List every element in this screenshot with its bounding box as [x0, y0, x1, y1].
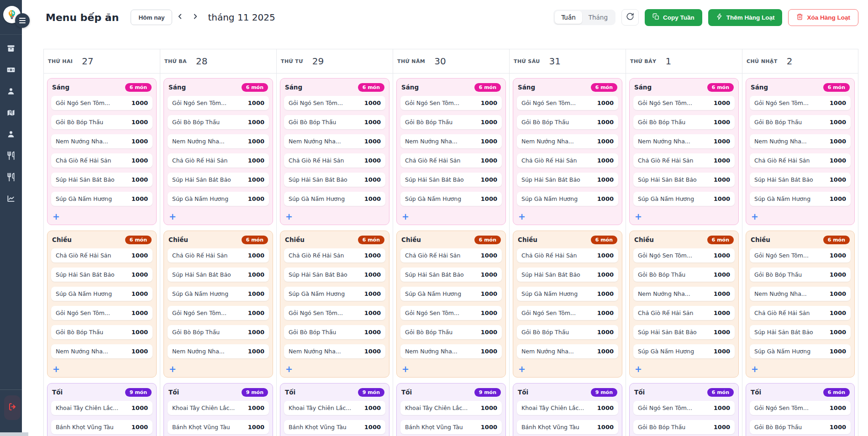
menu-item[interactable]: Nem Nướng Nha...1000: [750, 134, 851, 148]
menu-item[interactable]: Súp Hải Sản Bát Bảo1000: [633, 173, 735, 187]
menu-item[interactable]: Khoai Tây Chiên Lắc...1000: [517, 401, 618, 415]
menu-item[interactable]: Chả Giò Rế Hải Sản1000: [400, 153, 502, 168]
bulk-delete-button[interactable]: Xóa Hàng Loạt: [788, 9, 858, 26]
menu-item[interactable]: Súp Gà Nấm Hương1000: [750, 192, 851, 206]
menu-item[interactable]: Súp Hải Sản Bát Bảo1000: [633, 325, 735, 339]
menu-item[interactable]: Gỏi Ngó Sen Tôm...1000: [750, 401, 851, 415]
menu-item[interactable]: Gỏi Bò Bóp Thấu1000: [633, 420, 735, 434]
menu-item[interactable]: Bánh Khọt Vũng Tàu1000: [168, 420, 269, 434]
menu-item[interactable]: Khoai Tây Chiên Lắc...1000: [400, 401, 502, 415]
add-dish-button[interactable]: +: [633, 363, 735, 374]
horizontal-scrollbar-thumb[interactable]: [0, 432, 28, 436]
menu-item[interactable]: Nem Nướng Nha...1000: [517, 344, 618, 358]
menu-item[interactable]: Nem Nướng Nha...1000: [633, 134, 735, 148]
menu-item[interactable]: Gỏi Ngó Sen Tôm...1000: [517, 96, 618, 110]
menu-item[interactable]: Súp Gà Nấm Hương1000: [400, 192, 502, 206]
menu-item[interactable]: Súp Gà Nấm Hương1000: [633, 344, 735, 358]
menu-item[interactable]: Gỏi Ngó Sen Tôm...1000: [633, 248, 735, 263]
menu-item[interactable]: Nem Nướng Nha...1000: [284, 344, 385, 358]
menu-item[interactable]: Nem Nướng Nha...1000: [633, 287, 735, 301]
add-dish-button[interactable]: +: [284, 363, 385, 374]
view-week-button[interactable]: Tuần: [555, 11, 582, 24]
view-month-button[interactable]: Tháng: [582, 11, 614, 24]
menu-item[interactable]: Gỏi Ngó Sen Tôm...1000: [51, 96, 153, 110]
menu-item[interactable]: Súp Hải Sản Bát Bảo1000: [400, 268, 502, 282]
menu-item[interactable]: Gỏi Bò Bóp Thấu1000: [750, 268, 851, 282]
add-dish-button[interactable]: +: [633, 211, 735, 222]
menu-item[interactable]: Gỏi Bò Bóp Thấu1000: [750, 115, 851, 129]
menu-item[interactable]: Gỏi Bò Bóp Thấu1000: [517, 325, 618, 339]
menu-item[interactable]: Súp Gà Nấm Hương1000: [51, 287, 153, 301]
menu-item[interactable]: Chả Giò Rế Hải Sản1000: [633, 306, 735, 320]
add-dish-button[interactable]: +: [168, 363, 269, 374]
menu-item[interactable]: Gỏi Bò Bóp Thấu1000: [168, 115, 269, 129]
menu-item[interactable]: Nem Nướng Nha...1000: [400, 344, 502, 358]
menu-item[interactable]: Gỏi Ngó Sen Tôm...1000: [284, 306, 385, 320]
menu-item[interactable]: Gỏi Ngó Sen Tôm...1000: [750, 96, 851, 110]
menu-item[interactable]: Chả Giò Rế Hải Sản1000: [168, 153, 269, 168]
menu-item[interactable]: Chả Giò Rế Hải Sản1000: [168, 248, 269, 263]
sidebar-item-chart[interactable]: [5, 194, 16, 205]
sidebar-item-utensils-2[interactable]: [5, 173, 16, 184]
menu-item[interactable]: Súp Gà Nấm Hương1000: [633, 192, 735, 206]
menu-item[interactable]: Gỏi Bò Bóp Thấu1000: [51, 115, 153, 129]
menu-item[interactable]: Gỏi Ngó Sen Tôm...1000: [400, 306, 502, 320]
menu-item[interactable]: Nem Nướng Nha...1000: [168, 344, 269, 358]
menu-item[interactable]: Súp Gà Nấm Hương1000: [517, 287, 618, 301]
menu-item[interactable]: Súp Hải Sản Bát Bảo1000: [168, 173, 269, 187]
menu-item[interactable]: Súp Hải Sản Bát Bảo1000: [750, 173, 851, 187]
menu-item[interactable]: Súp Hải Sản Bát Bảo1000: [400, 173, 502, 187]
menu-item[interactable]: Bánh Khọt Vũng Tàu1000: [51, 420, 153, 434]
menu-item[interactable]: Bánh Khọt Vũng Tàu1000: [400, 420, 502, 434]
add-dish-button[interactable]: +: [168, 211, 269, 222]
menu-item[interactable]: Súp Gà Nấm Hương1000: [168, 192, 269, 206]
menu-item[interactable]: Súp Gà Nấm Hương1000: [750, 344, 851, 358]
add-dish-button[interactable]: +: [284, 211, 385, 222]
menu-item[interactable]: Khoai Tây Chiên Lắc...1000: [51, 401, 153, 415]
menu-item[interactable]: Gỏi Ngó Sen Tôm...1000: [51, 306, 153, 320]
menu-item[interactable]: Gỏi Bò Bóp Thấu1000: [633, 268, 735, 282]
menu-item[interactable]: Gỏi Ngó Sen Tôm...1000: [750, 248, 851, 263]
logout-button[interactable]: [4, 395, 21, 420]
menu-item[interactable]: Súp Gà Nấm Hương1000: [517, 192, 618, 206]
menu-item[interactable]: Nem Nướng Nha...1000: [400, 134, 502, 148]
menu-item[interactable]: Súp Gà Nấm Hương1000: [168, 287, 269, 301]
add-dish-button[interactable]: +: [517, 363, 618, 374]
menu-item[interactable]: Gỏi Ngó Sen Tôm...1000: [168, 96, 269, 110]
menu-item[interactable]: Súp Gà Nấm Hương1000: [284, 287, 385, 301]
menu-item[interactable]: Bánh Khọt Vũng Tàu1000: [284, 420, 385, 434]
add-dish-button[interactable]: +: [51, 211, 153, 222]
sidebar-item-user-2[interactable]: [5, 130, 16, 141]
menu-item[interactable]: Khoai Tây Chiên Lắc...1000: [284, 401, 385, 415]
prev-week-button[interactable]: [172, 10, 188, 25]
sidebar-item-banknote[interactable]: [5, 65, 16, 76]
menu-item[interactable]: Chả Giò Rế Hải Sản1000: [284, 153, 385, 168]
menu-item[interactable]: Gỏi Bò Bóp Thấu1000: [51, 325, 153, 339]
menu-item[interactable]: Gỏi Bò Bóp Thấu1000: [400, 115, 502, 129]
menu-item[interactable]: Nem Nướng Nha...1000: [284, 134, 385, 148]
copy-week-button[interactable]: Copy Tuần: [645, 9, 702, 26]
menu-item[interactable]: Gỏi Ngó Sen Tôm...1000: [517, 306, 618, 320]
menu-item[interactable]: Chả Giò Rế Hải Sản1000: [517, 248, 618, 263]
add-dish-button[interactable]: +: [517, 211, 618, 222]
menu-item[interactable]: Súp Hải Sản Bát Bảo1000: [284, 268, 385, 282]
menu-item[interactable]: Chả Giò Rế Hải Sản1000: [517, 153, 618, 168]
menu-item[interactable]: Chả Giò Rế Hải Sản1000: [51, 153, 153, 168]
menu-item[interactable]: Nem Nướng Nha...1000: [168, 134, 269, 148]
sidebar-item-user[interactable]: [5, 87, 16, 98]
add-dish-button[interactable]: +: [400, 363, 502, 374]
bulk-add-button[interactable]: Thêm Hàng Loạt: [708, 9, 783, 26]
menu-item[interactable]: Súp Gà Nấm Hương1000: [51, 192, 153, 206]
menu-item[interactable]: Gỏi Bò Bóp Thấu1000: [284, 325, 385, 339]
menu-item[interactable]: Gỏi Bò Bóp Thấu1000: [284, 115, 385, 129]
menu-item[interactable]: Gỏi Bò Bóp Thấu1000: [633, 115, 735, 129]
sidebar-item-utensils[interactable]: [5, 151, 16, 162]
menu-item[interactable]: Súp Hải Sản Bát Bảo1000: [750, 325, 851, 339]
menu-item[interactable]: Chả Giò Rế Hải Sản1000: [284, 248, 385, 263]
menu-item[interactable]: Súp Hải Sản Bát Bảo1000: [51, 173, 153, 187]
menu-item[interactable]: Chả Giò Rế Hải Sản1000: [633, 153, 735, 168]
sidebar-item-package[interactable]: [5, 44, 16, 55]
menu-item[interactable]: Nem Nướng Nha...1000: [51, 344, 153, 358]
menu-item[interactable]: Súp Hải Sản Bát Bảo1000: [517, 268, 618, 282]
menu-item[interactable]: Nem Nướng Nha...1000: [51, 134, 153, 148]
